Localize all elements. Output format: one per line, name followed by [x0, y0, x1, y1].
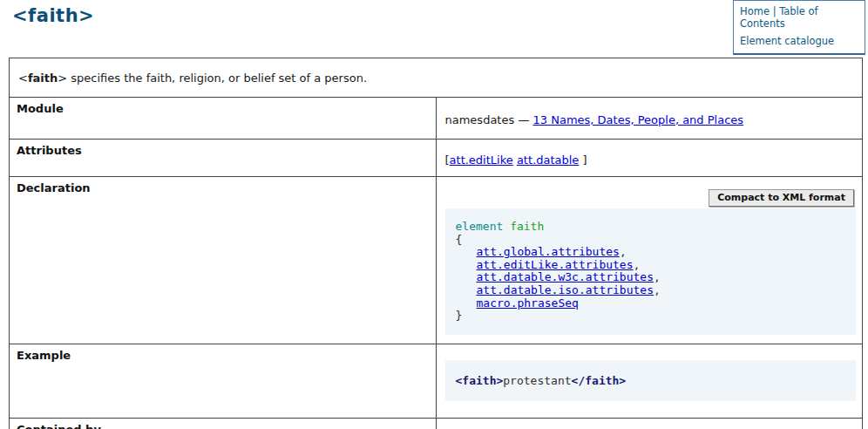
code-member-suffix: , [620, 245, 627, 258]
element-spec-table: <faith> specifies the faith, religion, o… [9, 58, 863, 429]
code-member-line: att.datable.w3c.attributes, [456, 271, 846, 284]
module-chapter-link[interactable]: 13 Names, Dates, People, and Places [533, 113, 744, 126]
code-member-line: macro.phraseSeq [456, 297, 846, 310]
example-cell: <faith>protestant</faith> [436, 344, 863, 419]
code-member-line: att.datable.iso.attributes, [456, 284, 846, 297]
attributes-cell: [att.editLike att.datable ] [436, 140, 863, 177]
declaration-toolbar: Compact to XML format [437, 189, 855, 207]
declaration-cell: Compact to XML format element faith { at… [436, 177, 863, 344]
code-link-macro-phraseseq[interactable]: macro.phraseSeq [477, 296, 579, 310]
nav-line-primary: Home | Table of Contents [740, 5, 858, 30]
description-text: > specifies the faith, religion, or beli… [58, 72, 367, 85]
code-line-element: element faith [456, 221, 846, 234]
code-close-brace: } [456, 310, 846, 323]
example-close-tag: </faith> [572, 374, 627, 387]
example-row: Example <faith>protestant</faith> [10, 344, 863, 419]
example-label: Example [10, 344, 437, 419]
description-row: <faith> specifies the faith, religion, o… [10, 58, 863, 98]
attributes-row: Attributes [att.editLike att.datable ] [10, 140, 863, 177]
example-open-tag: <faith> [456, 374, 504, 387]
module-row: Module namesdates — 13 Names, Dates, Peo… [10, 98, 863, 140]
attributes-close-bracket: ] [582, 153, 587, 167]
nav-box: Home | Table of Contents Element catalog… [733, 0, 865, 55]
attributes-label: Attributes [10, 140, 437, 177]
nav-separator: | [773, 5, 776, 17]
example-code-block: <faith>protestant</faith> [445, 360, 857, 401]
code-member-suffix: , [654, 270, 661, 283]
attribute-class-link-editlike[interactable]: att.editLike [450, 153, 513, 167]
contained-by-row: Contained by model.persTraitLike [10, 419, 863, 429]
declaration-code-block: element faith { att.global.attributes, a… [445, 208, 857, 335]
example-content-text: protestant [503, 374, 571, 387]
description-tag-name: faith [28, 72, 58, 85]
code-link-att-global-attributes[interactable]: att.global.attributes [477, 245, 620, 258]
code-member-line: att.editLike.attributes, [456, 259, 846, 272]
module-name: namesdates [445, 113, 515, 126]
description-cell: <faith> specifies the faith, religion, o… [10, 58, 863, 98]
code-member-suffix: , [654, 283, 661, 296]
code-member-line: att.global.attributes, [456, 246, 846, 259]
compact-to-xml-button[interactable]: Compact to XML format [709, 189, 854, 207]
description-open-bracket: < [18, 72, 28, 85]
declaration-row: Declaration Compact to XML format elemen… [10, 177, 863, 344]
code-keyword-element: element [456, 220, 504, 233]
module-label: Module [10, 98, 437, 140]
nav-home-link[interactable]: Home [740, 5, 770, 17]
code-link-att-datable-w3c-attributes[interactable]: att.datable.w3c.attributes [477, 270, 654, 283]
attribute-class-link-datable[interactable]: att.datable [517, 153, 579, 167]
element-reference-page: <faith> Home | Table of Contents Element… [0, 0, 868, 429]
module-cell: namesdates — 13 Names, Dates, People, an… [436, 98, 863, 140]
code-open-brace: { [456, 234, 846, 247]
nav-element-catalogue-link[interactable]: Element catalogue [740, 35, 834, 47]
code-link-att-editlike-attributes[interactable]: att.editLike.attributes [477, 258, 634, 271]
declaration-label: Declaration [10, 177, 437, 344]
code-element-name: faith [510, 220, 544, 233]
module-dash: — [518, 113, 529, 126]
contained-by-cell: model.persTraitLike [436, 419, 863, 429]
nav-line-secondary: Element catalogue [740, 35, 858, 47]
code-link-att-datable-iso-attributes[interactable]: att.datable.iso.attributes [477, 283, 654, 296]
page-title: <faith> [12, 5, 94, 26]
contained-by-label: Contained by [10, 419, 437, 429]
code-member-suffix: , [634, 258, 641, 271]
